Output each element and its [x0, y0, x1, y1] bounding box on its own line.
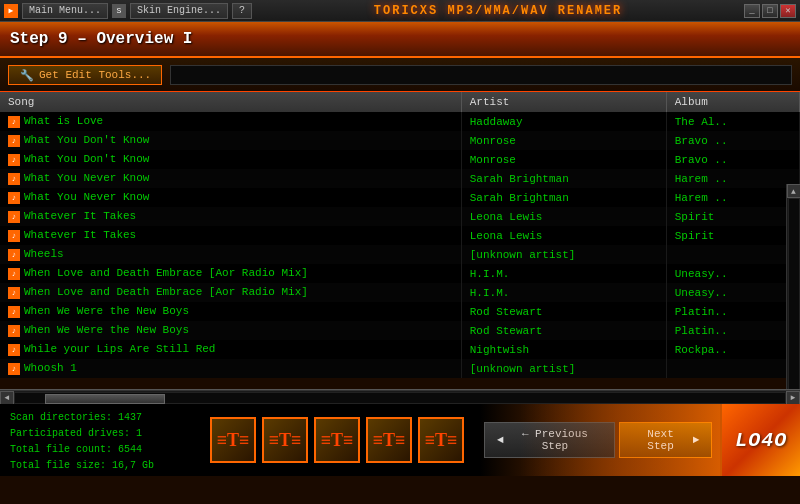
music-icon: ♪ [8, 230, 20, 242]
next-arrow-icon: ► [693, 434, 700, 446]
scroll-up-button[interactable]: ▲ [787, 184, 801, 198]
artist-cell: Sarah Brightman [461, 188, 666, 207]
table-row[interactable]: ♪Whoosh 1[unknown artist] [0, 359, 800, 378]
artist-cell: Haddaway [461, 112, 666, 131]
control-button-1[interactable]: ≡T≡ [210, 417, 256, 463]
prev-arrow-icon: ◄ [497, 434, 504, 446]
song-cell: ♪When Love and Death Embrace [Aor Radio … [0, 264, 461, 283]
music-icon: ♪ [8, 173, 20, 185]
artist-cell: Rod Stewart [461, 302, 666, 321]
title-bar-left: ▶ Main Menu... S Skin Engine... ? [4, 3, 252, 19]
app-title: TORICXS MP3/WMA/WAV RENAMER [252, 4, 744, 18]
artist-cell: Monrose [461, 150, 666, 169]
step-title: Step 9 – Overview I [10, 30, 192, 48]
song-cell: ♪What You Never Know [0, 188, 461, 207]
music-icon: ♪ [8, 211, 20, 223]
music-icon: ♪ [8, 306, 20, 318]
vertical-scrollbar[interactable]: ▲ ▼ [786, 184, 800, 390]
edit-tools-button[interactable]: 🔧 Get Edit Tools... [8, 65, 162, 85]
total-file-size: Total file size: 16,7 Gb [10, 458, 190, 474]
album-cell: Bravo .. [666, 131, 799, 150]
artist-cell: Leona Lewis [461, 226, 666, 245]
table-row[interactable]: ♪While your Lips Are Still RedNightwishR… [0, 340, 800, 359]
table-row[interactable]: ♪What You Don't KnowMonroseBravo .. [0, 131, 800, 150]
album-cell: Platin.. [666, 302, 799, 321]
scroll-left-button[interactable]: ◄ [0, 391, 14, 405]
artist-cell: Rod Stewart [461, 321, 666, 340]
wrench-icon: 🔧 [19, 69, 35, 81]
artist-cell: Sarah Brightman [461, 169, 666, 188]
song-table: Song Artist Album ♪What is LoveHaddawayT… [0, 92, 800, 378]
album-column-header[interactable]: Album [666, 92, 799, 112]
song-table-body: ♪What is LoveHaddawayThe Al..♪What You D… [0, 112, 800, 378]
scroll-right-button[interactable]: ► [786, 391, 800, 405]
control-button-5[interactable]: ≡T≡ [418, 417, 464, 463]
artist-cell: H.I.M. [461, 283, 666, 302]
artist-cell: H.I.M. [461, 264, 666, 283]
table-row[interactable]: ♪When Love and Death Embrace [Aor Radio … [0, 264, 800, 283]
artist-cell: [unknown artist] [461, 359, 666, 378]
prev-step-label: ← Previous Step [508, 428, 603, 452]
main-menu-item[interactable]: Main Menu... [22, 3, 108, 19]
table-row[interactable]: ♪Whatever It TakesLeona LewisSpirit [0, 226, 800, 245]
control-button-2[interactable]: ≡T≡ [262, 417, 308, 463]
song-cell: ♪When We Were the New Boys [0, 302, 461, 321]
music-icon: ♪ [8, 363, 20, 375]
music-icon: ♪ [8, 116, 20, 128]
music-icon: ♪ [8, 287, 20, 299]
album-cell [666, 245, 799, 264]
artist-cell: Leona Lewis [461, 207, 666, 226]
scroll-track[interactable] [788, 198, 800, 390]
controls-area: ≡T≡ ≡T≡ ≡T≡ ≡T≡ ≡T≡ [200, 404, 474, 476]
control-button-4[interactable]: ≡T≡ [366, 417, 412, 463]
close-button[interactable]: ✕ [780, 4, 796, 18]
song-cell: ♪While your Lips Are Still Red [0, 340, 461, 359]
control-button-3[interactable]: ≡T≡ [314, 417, 360, 463]
ctrl-icon-1: ≡T≡ [217, 430, 250, 451]
horizontal-scrollbar[interactable]: ◄ ► [0, 390, 800, 404]
song-cell: ♪What You Never Know [0, 169, 461, 188]
previous-step-button[interactable]: ◄ ← Previous Step [484, 422, 615, 458]
table-header-row: Song Artist Album [0, 92, 800, 112]
album-cell [666, 359, 799, 378]
step-header: Step 9 – Overview I [0, 22, 800, 58]
logo-area: LO4O [722, 404, 800, 476]
music-icon: ♪ [8, 325, 20, 337]
artist-column-header[interactable]: Artist [461, 92, 666, 112]
music-icon: ♪ [8, 154, 20, 166]
next-step-button[interactable]: Next Step ► [619, 422, 712, 458]
music-icon: ♪ [8, 135, 20, 147]
album-cell: Spirit [666, 226, 799, 245]
table-row[interactable]: ♪What You Don't KnowMonroseBravo .. [0, 150, 800, 169]
skin-engine-item[interactable]: Skin Engine... [130, 3, 228, 19]
album-cell: The Al.. [666, 112, 799, 131]
table-row[interactable]: ♪Wheels[unknown artist] [0, 245, 800, 264]
h-scroll-thumb[interactable] [45, 394, 165, 404]
status-text: Scan directories: 1437 Participated driv… [0, 404, 200, 476]
song-cell: ♪What is Love [0, 112, 461, 131]
app-icon: ▶ [4, 4, 18, 18]
table-row[interactable]: ♪What You Never KnowSarah BrightmanHarem… [0, 169, 800, 188]
participated-drives: Participated drives: 1 [10, 426, 190, 442]
edit-tools-label: Get Edit Tools... [39, 69, 151, 81]
table-row[interactable]: ♪What You Never KnowSarah BrightmanHarem… [0, 188, 800, 207]
table-row[interactable]: ♪When Love and Death Embrace [Aor Radio … [0, 283, 800, 302]
status-bar: Scan directories: 1437 Participated driv… [0, 404, 800, 476]
artist-cell: Nightwish [461, 340, 666, 359]
maximize-button[interactable]: □ [762, 4, 778, 18]
album-cell: Uneasy.. [666, 264, 799, 283]
h-scroll-track[interactable] [14, 392, 786, 404]
ctrl-icon-3: ≡T≡ [321, 430, 354, 451]
table-row[interactable]: ♪What is LoveHaddawayThe Al.. [0, 112, 800, 131]
table-row[interactable]: ♪Whatever It TakesLeona LewisSpirit [0, 207, 800, 226]
album-cell: Bravo .. [666, 150, 799, 169]
song-column-header[interactable]: Song [0, 92, 461, 112]
help-item[interactable]: ? [232, 3, 252, 19]
song-cell: ♪When We Were the New Boys [0, 321, 461, 340]
table-row[interactable]: ♪When We Were the New BoysRod StewartPla… [0, 321, 800, 340]
table-row[interactable]: ♪When We Were the New BoysRod StewartPla… [0, 302, 800, 321]
song-cell: ♪What You Don't Know [0, 150, 461, 169]
ctrl-icon-2: ≡T≡ [269, 430, 302, 451]
minimize-button[interactable]: _ [744, 4, 760, 18]
song-cell: ♪What You Don't Know [0, 131, 461, 150]
